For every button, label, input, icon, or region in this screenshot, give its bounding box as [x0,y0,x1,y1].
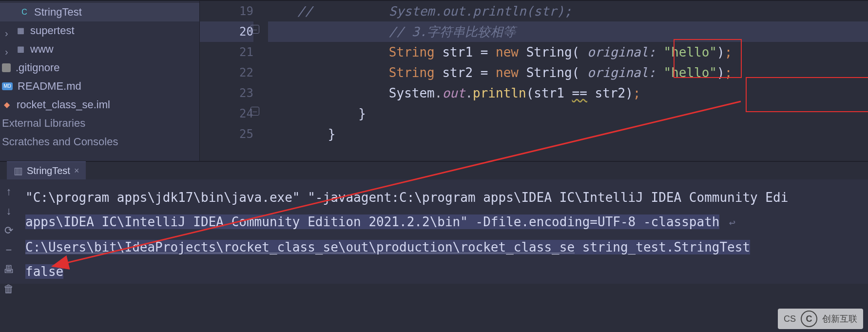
line-gutter: 19 20 21 22 23 24 25 [200,1,268,144]
folder-icon: ▦ [16,44,25,54]
code-line[interactable]: // System.out.println(str); [268,1,868,21]
code-line[interactable]: String str1 = new String( original: "hel… [268,42,868,62]
gitignore-icon [2,63,11,72]
console-line: "C:\program apps\jdk17\bin\java.exe" "-j… [25,185,868,210]
code-line[interactable]: // 3.字符串比较相等 [268,21,868,42]
external-libraries[interactable]: External Libraries [0,114,199,133]
file-readme[interactable]: MD README.md [0,77,199,96]
project-tree[interactable]: C StringTest ▦ supertest ▦ www .gitignor… [0,1,200,161]
chevron-right-icon[interactable] [5,46,11,52]
wrap-icon[interactable]: ⟳ [4,224,13,237]
tree-item-label: www [30,44,54,55]
line-number: 25 [200,124,253,144]
line-number: 21 [200,42,253,62]
code-line[interactable]: System.out.println(str1 == str2); [268,83,868,103]
code-line[interactable]: } [268,103,868,124]
chevron-right-icon[interactable] [5,28,11,34]
watermark-logo-icon: C [801,311,817,327]
fold-icon[interactable]: – [251,107,259,116]
run-tabbar: ▥ StringTest × [0,162,868,179]
folder-icon: ▦ [16,26,25,36]
tree-item-label: README.md [18,81,81,92]
run-tab-icon: ▥ [14,165,23,176]
run-tab-label: StringTest [27,165,70,176]
line-number: 23 [200,83,253,103]
console-line: false [25,259,868,284]
run-tool-column: ↑ ↓ ⟳ − 🖶 🗑 [0,180,18,295]
class-icon: C [19,7,29,17]
code-editor[interactable]: 19 20 21 22 23 24 25 – – // System.out.p… [200,1,868,161]
trash-icon[interactable]: 🗑 [3,283,14,295]
code-line[interactable]: } [268,124,868,144]
console-line: C:\Users\bit\IdeaProjects\rocket_class_s… [25,235,868,259]
console-output[interactable]: "C:\program apps\jdk17\bin\java.exe" "-j… [0,179,868,284]
watermark: CS C 创新互联 [778,309,863,329]
tree-item-label: Scratches and Consoles [2,137,118,147]
file-gitignore[interactable]: .gitignore [0,59,199,77]
folder-www[interactable]: ▦ www [0,40,199,59]
tree-item-label: supertest [30,25,75,36]
tree-item-label: StringTest [34,7,82,18]
line-number: 24 [200,103,253,124]
line-number: 20 [200,21,253,42]
close-icon[interactable]: × [74,166,79,176]
softwrap-icon: ↩ [719,216,735,229]
line-number: 22 [200,62,253,83]
line-number: 19 [200,1,253,21]
run-panel: ▥ StringTest × "C:\program apps\jdk17\bi… [0,161,868,284]
watermark-cs: CS [784,314,796,324]
tree-item-label: .gitignore [16,62,60,73]
watermark-brand: 创新互联 [822,313,857,325]
scratches-consoles[interactable]: Scratches and Consoles [0,133,199,151]
fold-icon[interactable]: – [251,25,259,34]
down-icon[interactable]: ↓ [6,205,12,217]
folder-supertest[interactable]: ▦ supertest [0,21,199,40]
code-area[interactable]: // System.out.println(str); // 3.字符串比较相等… [268,1,868,144]
iml-icon: ◆ [2,100,12,110]
file-iml[interactable]: ◆ rocket_class_se.iml [0,96,199,114]
tree-item-label: External Libraries [2,118,85,129]
up-icon[interactable]: ↑ [6,185,12,198]
tree-item-label: rocket_class_se.iml [17,99,110,110]
file-stringtest[interactable]: C StringTest [0,3,199,21]
markdown-icon: MD [2,82,13,90]
code-line[interactable]: String str2 = new String( original: "hel… [268,62,868,83]
run-tab-stringtest[interactable]: ▥ StringTest × [7,161,86,179]
print-icon[interactable]: 🖶 [3,263,14,276]
minus-icon[interactable]: − [6,244,12,256]
console-line: apps\IDEA IC\IntelliJ IDEA Community Edi… [25,210,868,235]
